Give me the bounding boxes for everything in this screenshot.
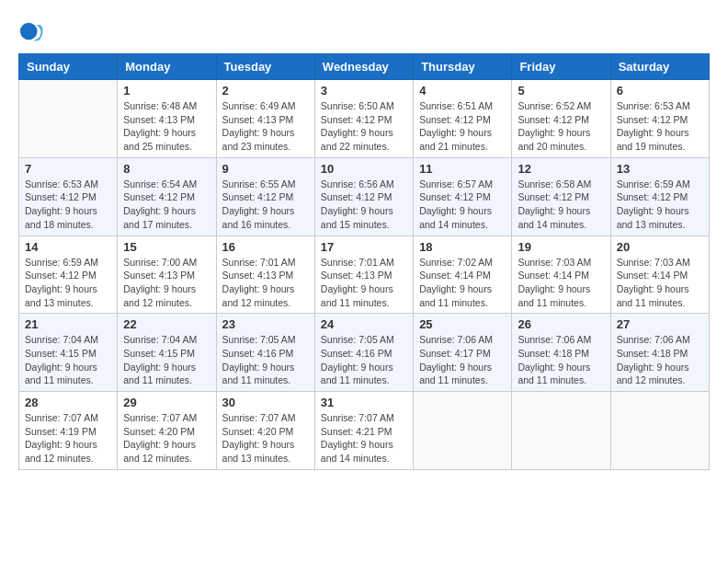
calendar-cell: 22Sunrise: 7:04 AMSunset: 4:15 PMDayligh…: [118, 314, 216, 392]
calendar-week-row: 1Sunrise: 6:48 AMSunset: 4:13 PMDaylight…: [19, 80, 710, 158]
calendar-cell: 25Sunrise: 7:06 AMSunset: 4:17 PMDayligh…: [414, 314, 512, 392]
day-number: 27: [617, 317, 703, 331]
calendar-cell: 5Sunrise: 6:52 AMSunset: 4:12 PMDaylight…: [512, 80, 610, 158]
day-info: Sunrise: 6:59 AMSunset: 4:12 PMDaylight:…: [617, 178, 703, 232]
day-number: 30: [222, 396, 309, 409]
day-number: 17: [321, 240, 407, 254]
calendar-cell: 21Sunrise: 7:04 AMSunset: 4:15 PMDayligh…: [19, 314, 118, 392]
day-number: 9: [222, 162, 309, 176]
calendar-cell: 29Sunrise: 7:07 AMSunset: 4:20 PMDayligh…: [118, 392, 216, 470]
day-number: 5: [518, 84, 604, 98]
calendar-cell: [512, 392, 610, 470]
day-number: 6: [617, 84, 703, 98]
day-number: 13: [617, 162, 703, 176]
day-number: 12: [518, 162, 604, 176]
page-header: [18, 18, 710, 44]
day-info: Sunrise: 7:07 AMSunset: 4:21 PMDaylight:…: [321, 411, 407, 465]
day-info: Sunrise: 7:06 AMSunset: 4:18 PMDaylight:…: [518, 333, 604, 387]
weekday-header: Friday: [512, 54, 610, 80]
day-number: 11: [419, 162, 506, 176]
calendar-cell: 19Sunrise: 7:03 AMSunset: 4:14 PMDayligh…: [512, 236, 610, 314]
day-number: 7: [25, 162, 111, 176]
calendar-cell: 11Sunrise: 6:57 AMSunset: 4:12 PMDayligh…: [414, 157, 512, 236]
day-number: 16: [222, 240, 309, 254]
calendar-cell: 6Sunrise: 6:53 AMSunset: 4:12 PMDaylight…: [610, 80, 709, 158]
calendar-cell: 23Sunrise: 7:05 AMSunset: 4:16 PMDayligh…: [216, 314, 314, 392]
day-number: 28: [25, 396, 111, 409]
weekday-header: Wednesday: [314, 54, 413, 80]
calendar-cell: 28Sunrise: 7:07 AMSunset: 4:19 PMDayligh…: [19, 392, 118, 470]
calendar-cell: 10Sunrise: 6:56 AMSunset: 4:12 PMDayligh…: [314, 157, 413, 236]
calendar-cell: 20Sunrise: 7:03 AMSunset: 4:14 PMDayligh…: [610, 236, 709, 314]
day-info: Sunrise: 6:59 AMSunset: 4:12 PMDaylight:…: [25, 256, 111, 310]
calendar-cell: 31Sunrise: 7:07 AMSunset: 4:21 PMDayligh…: [314, 392, 413, 470]
day-info: Sunrise: 7:00 AMSunset: 4:13 PMDaylight:…: [123, 256, 210, 310]
day-number: 18: [419, 240, 506, 254]
calendar-cell: 18Sunrise: 7:02 AMSunset: 4:14 PMDayligh…: [414, 236, 512, 314]
day-number: 26: [518, 317, 604, 331]
day-number: 22: [123, 317, 210, 331]
calendar-cell: [414, 392, 512, 470]
logo-icon: [18, 18, 44, 44]
day-info: Sunrise: 7:02 AMSunset: 4:14 PMDaylight:…: [419, 256, 506, 310]
day-info: Sunrise: 7:06 AMSunset: 4:17 PMDaylight:…: [419, 333, 506, 387]
day-info: Sunrise: 6:55 AMSunset: 4:12 PMDaylight:…: [222, 178, 309, 232]
day-info: Sunrise: 7:04 AMSunset: 4:15 PMDaylight:…: [123, 333, 210, 387]
day-info: Sunrise: 7:05 AMSunset: 4:16 PMDaylight:…: [222, 333, 309, 387]
day-number: 25: [419, 317, 506, 331]
calendar-cell: 9Sunrise: 6:55 AMSunset: 4:12 PMDaylight…: [216, 157, 314, 236]
day-info: Sunrise: 6:58 AMSunset: 4:12 PMDaylight:…: [518, 178, 604, 232]
day-info: Sunrise: 7:05 AMSunset: 4:16 PMDaylight:…: [321, 333, 407, 387]
day-number: 19: [518, 240, 604, 254]
calendar-cell: 30Sunrise: 7:07 AMSunset: 4:20 PMDayligh…: [216, 392, 314, 470]
calendar-cell: 27Sunrise: 7:06 AMSunset: 4:18 PMDayligh…: [610, 314, 709, 392]
day-info: Sunrise: 7:06 AMSunset: 4:18 PMDaylight:…: [617, 333, 703, 387]
day-number: 14: [25, 240, 111, 254]
day-number: 31: [321, 396, 407, 409]
weekday-header: Saturday: [610, 54, 709, 80]
day-number: 8: [123, 162, 210, 176]
day-info: Sunrise: 7:07 AMSunset: 4:19 PMDaylight:…: [25, 411, 111, 465]
calendar-cell: 8Sunrise: 6:54 AMSunset: 4:12 PMDaylight…: [118, 157, 216, 236]
day-number: 3: [321, 84, 407, 98]
day-info: Sunrise: 6:51 AMSunset: 4:12 PMDaylight:…: [419, 99, 506, 154]
calendar-cell: [610, 392, 709, 470]
day-info: Sunrise: 7:03 AMSunset: 4:14 PMDaylight:…: [617, 256, 703, 310]
calendar-cell: 2Sunrise: 6:49 AMSunset: 4:13 PMDaylight…: [216, 80, 314, 158]
day-number: 29: [123, 396, 210, 409]
calendar-cell: 26Sunrise: 7:06 AMSunset: 4:18 PMDayligh…: [512, 314, 610, 392]
day-info: Sunrise: 7:04 AMSunset: 4:15 PMDaylight:…: [25, 333, 111, 387]
day-number: 1: [123, 84, 210, 98]
day-info: Sunrise: 6:52 AMSunset: 4:12 PMDaylight:…: [518, 99, 604, 154]
day-info: Sunrise: 7:07 AMSunset: 4:20 PMDaylight:…: [123, 411, 210, 465]
day-number: 24: [321, 317, 407, 331]
calendar-cell: 15Sunrise: 7:00 AMSunset: 4:13 PMDayligh…: [118, 236, 216, 314]
calendar-table: SundayMondayTuesdayWednesdayThursdayFrid…: [18, 53, 710, 470]
day-number: 21: [25, 317, 111, 331]
calendar-cell: 1Sunrise: 6:48 AMSunset: 4:13 PMDaylight…: [118, 80, 216, 158]
logo: [18, 18, 46, 44]
calendar-week-row: 7Sunrise: 6:53 AMSunset: 4:12 PMDaylight…: [19, 157, 710, 236]
day-info: Sunrise: 6:57 AMSunset: 4:12 PMDaylight:…: [419, 178, 506, 232]
calendar-week-row: 28Sunrise: 7:07 AMSunset: 4:19 PMDayligh…: [19, 392, 710, 470]
day-info: Sunrise: 6:53 AMSunset: 4:12 PMDaylight:…: [617, 99, 703, 154]
calendar-cell: 24Sunrise: 7:05 AMSunset: 4:16 PMDayligh…: [314, 314, 413, 392]
calendar-cell: [19, 80, 118, 158]
day-info: Sunrise: 7:03 AMSunset: 4:14 PMDaylight:…: [518, 256, 604, 310]
calendar-cell: 13Sunrise: 6:59 AMSunset: 4:12 PMDayligh…: [610, 157, 709, 236]
weekday-header: Sunday: [19, 54, 118, 80]
day-info: Sunrise: 6:53 AMSunset: 4:12 PMDaylight:…: [25, 178, 111, 232]
day-info: Sunrise: 6:56 AMSunset: 4:12 PMDaylight:…: [321, 178, 407, 232]
calendar-header-row: SundayMondayTuesdayWednesdayThursdayFrid…: [19, 54, 710, 80]
day-number: 15: [123, 240, 210, 254]
calendar-cell: 3Sunrise: 6:50 AMSunset: 4:12 PMDaylight…: [314, 80, 413, 158]
day-info: Sunrise: 7:01 AMSunset: 4:13 PMDaylight:…: [321, 256, 407, 310]
day-info: Sunrise: 7:01 AMSunset: 4:13 PMDaylight:…: [222, 256, 309, 310]
day-info: Sunrise: 6:54 AMSunset: 4:12 PMDaylight:…: [123, 178, 210, 232]
day-info: Sunrise: 6:50 AMSunset: 4:12 PMDaylight:…: [321, 99, 407, 154]
day-number: 20: [617, 240, 703, 254]
day-info: Sunrise: 7:07 AMSunset: 4:20 PMDaylight:…: [222, 411, 309, 465]
day-number: 23: [222, 317, 309, 331]
calendar-cell: 17Sunrise: 7:01 AMSunset: 4:13 PMDayligh…: [314, 236, 413, 314]
day-info: Sunrise: 6:49 AMSunset: 4:13 PMDaylight:…: [222, 99, 309, 154]
